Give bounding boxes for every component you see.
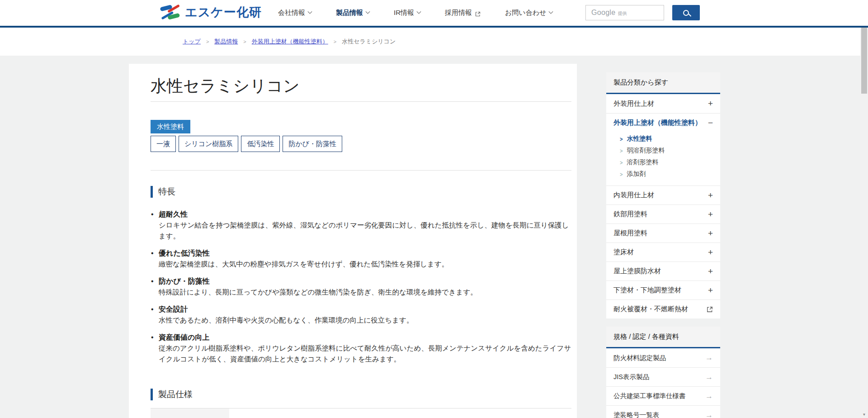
sidebar-subitem-jakuyouzai[interactable]: > 弱溶剤形塗料	[606, 145, 720, 157]
features-section-heading: 特長	[151, 186, 571, 198]
minus-icon: −	[708, 118, 713, 128]
spec-table-header-cell	[151, 408, 229, 418]
plus-icon: +	[708, 190, 713, 200]
sidebar: 製品分類から探す 外装用仕上材 + 外装用上塗材（機能性塗料） − > 水性塗料…	[606, 72, 720, 418]
bullet-icon: •	[151, 209, 154, 220]
category-tag-suisei-toryo[interactable]: 水性塗料	[151, 120, 190, 133]
sidebar-item-okujou-bousui[interactable]: 屋上塗膜防水材 +	[606, 261, 720, 280]
external-link-icon	[475, 10, 481, 16]
breadcrumb-home[interactable]: トップ	[183, 38, 201, 46]
chevron-down-icon	[549, 10, 553, 14]
company-logo[interactable]: エスケー化研	[160, 4, 262, 21]
sidebar-item-gaisou-uwanuri[interactable]: 外装用上塗材（機能性塗料） −	[606, 113, 720, 132]
nav-recruit-info[interactable]: 採用情報	[433, 0, 493, 26]
bullet-icon: •	[151, 276, 154, 287]
main-content: 水性セラミシリコン 水性塗料 一液 シリコン樹脂系 低汚染性 防かび・防藻性 特…	[129, 64, 577, 418]
sidebar-link-tosou-ryakugou[interactable]: 塗装略号一覧表 →	[606, 405, 720, 418]
nav-contact[interactable]: お問い合わせ	[493, 0, 565, 26]
external-link-icon	[707, 306, 713, 313]
heading-accent-bar	[151, 389, 153, 400]
page-title: 水性セラミシリコン	[151, 76, 571, 96]
bullet-icon: •	[151, 304, 154, 315]
plus-icon: +	[708, 228, 713, 238]
sidebar-item-shitanuri[interactable]: 下塗材・下地調整塗材 +	[606, 280, 720, 299]
nav-product-info[interactable]: 製品情報	[324, 0, 382, 26]
plus-icon: +	[708, 266, 713, 276]
breadcrumb: トップ > 製品情報 > 外装用上塗材（機能性塗料） > 水性セラミシリコン	[183, 38, 396, 46]
category-panel: 製品分類から探す 外装用仕上材 + 外装用上塗材（機能性塗料） − > 水性塗料…	[606, 72, 720, 318]
chevron-right-icon: >	[620, 171, 623, 177]
divider	[151, 170, 571, 171]
breadcrumb-separator: >	[334, 39, 336, 44]
divider	[151, 101, 571, 102]
breadcrumb-category[interactable]: 外装用上塗材（機能性塗料）	[252, 38, 328, 46]
sidebar-item-tetsubu-toryo[interactable]: 鉄部用塗料 +	[606, 204, 720, 223]
arrow-right-icon: →	[705, 392, 713, 401]
scrollbar-down-arrow-icon[interactable]: ▼	[860, 413, 868, 417]
logo-text: エスケー化研	[185, 4, 262, 20]
specs-section-heading: 製品仕様	[151, 389, 571, 400]
chevron-right-icon: >	[620, 136, 623, 142]
site-header: エスケー化研 会社情報 製品情報 IR情報 採用情報 お問い合わせ Google…	[0, 0, 868, 28]
arrow-right-icon: →	[705, 373, 713, 382]
breadcrumb-products[interactable]: 製品情報	[214, 38, 238, 46]
breadcrumb-current: 水性セラミシリコン	[342, 38, 396, 46]
spec-table-partial-row	[151, 408, 571, 418]
plus-icon: +	[708, 247, 713, 257]
arrow-right-icon: →	[705, 353, 713, 362]
feature-item: • 防かび・防藻性 特殊設計により、長期に亘ってかびや藻類などの微生物汚染を防ぎ…	[151, 276, 571, 298]
breadcrumb-strip: トップ > 製品情報 > 外装用上塗材（機能性塗料） > 水性セラミシリコン	[0, 28, 868, 56]
feature-item: • 優れた低汚染性 緻密な架橋塗膜は、大気中の粉塵や排気ガスを寄せ付けず、優れた…	[151, 248, 571, 270]
docs-panel-title: 規格 / 認定 / 各種資料	[606, 327, 720, 348]
nav-ir-info[interactable]: IR情報	[382, 0, 433, 26]
chevron-down-icon	[308, 10, 312, 14]
feature-tag-boukabi[interactable]: 防かび・防藻性	[283, 136, 342, 152]
feature-list: • 超耐久性 シロキサン結合を持つ架橋塗膜は、紫外線、湿気などのポリマー劣化要因…	[151, 209, 571, 365]
vertical-scrollbar[interactable]: ▲ ▼	[860, 0, 868, 418]
main-nav: 会社情報 製品情報 IR情報 採用情報 お問い合わせ	[266, 0, 565, 26]
arrow-right-icon: →	[705, 411, 713, 418]
breadcrumb-separator: >	[206, 39, 209, 44]
feature-tag-ichieki[interactable]: 一液	[151, 136, 176, 152]
search-button[interactable]	[672, 5, 700, 20]
plus-icon: +	[708, 99, 713, 109]
chevron-down-icon	[366, 10, 370, 14]
heading-accent-bar	[151, 186, 153, 198]
chevron-right-icon: >	[620, 147, 623, 154]
sidebar-item-naisou-shiage[interactable]: 内装用仕上材 +	[606, 185, 720, 204]
sidebar-link-koukyou-kenchiku[interactable]: 公共建築工事標準仕様書 →	[606, 386, 720, 405]
docs-panel: 規格 / 認定 / 各種資料 防火材料認定製品 → JIS表示製品 → 公共建築…	[606, 327, 720, 418]
sidebar-item-taika-hifuku[interactable]: 耐火被覆材・不燃断熱材	[606, 299, 720, 318]
sidebar-subitem-suisei-toryo[interactable]: > 水性塗料	[606, 133, 720, 145]
search-icon	[683, 10, 689, 16]
feature-tag-row: 一液 シリコン樹脂系 低汚染性 防かび・防藻性	[151, 136, 571, 152]
sidebar-item-yane-toryo[interactable]: 屋根用塗料 +	[606, 223, 720, 242]
sidebar-sublist: > 水性塗料 > 弱溶剤形塗料 > 溶剤形塗料 > 添加剤	[606, 132, 720, 185]
chevron-right-icon: >	[620, 159, 623, 166]
chevron-down-icon	[417, 10, 421, 14]
plus-icon: +	[708, 285, 713, 295]
feature-item: • 超耐久性 シロキサン結合を持つ架橋塗膜は、紫外線、湿気などのポリマー劣化要因…	[151, 209, 571, 242]
category-panel-title: 製品分類から探す	[606, 72, 720, 94]
site-search-input[interactable]: Google 提供	[585, 5, 664, 20]
feature-item: • 安全設計 水性であるため、溶剤中毒や火災の心配もなく、作業環境の向上に役立ち…	[151, 304, 571, 326]
feature-item: • 資産価値の向上 従来のアクリル樹脂系塗料や、ポリウレタン樹脂系塗料に比べて耐…	[151, 332, 571, 365]
feature-tag-silicone[interactable]: シリコン樹脂系	[179, 136, 238, 152]
sidebar-link-boukazairyou[interactable]: 防火材料認定製品 →	[606, 348, 720, 367]
logo-mark-icon	[160, 4, 181, 21]
sidebar-item-nukayuka[interactable]: 塗床材 +	[606, 242, 720, 261]
google-watermark-suffix: 提供	[618, 10, 627, 17]
spec-table-data-cell	[229, 408, 571, 418]
sidebar-item-gaisou-shiage[interactable]: 外装用仕上材 +	[606, 94, 720, 113]
sidebar-link-jis[interactable]: JIS表示製品 →	[606, 367, 720, 386]
google-watermark: Google	[591, 9, 615, 17]
sidebar-subitem-youzai[interactable]: > 溶剤形塗料	[606, 157, 720, 168]
bullet-icon: •	[151, 332, 154, 343]
plus-icon: +	[708, 209, 713, 219]
sidebar-subitem-tenkazai[interactable]: > 添加剤	[606, 168, 720, 180]
bullet-icon: •	[151, 248, 154, 259]
breadcrumb-separator: >	[243, 39, 246, 44]
feature-tag-teiosen[interactable]: 低汚染性	[241, 136, 280, 152]
nav-company-info[interactable]: 会社情報	[266, 0, 324, 26]
